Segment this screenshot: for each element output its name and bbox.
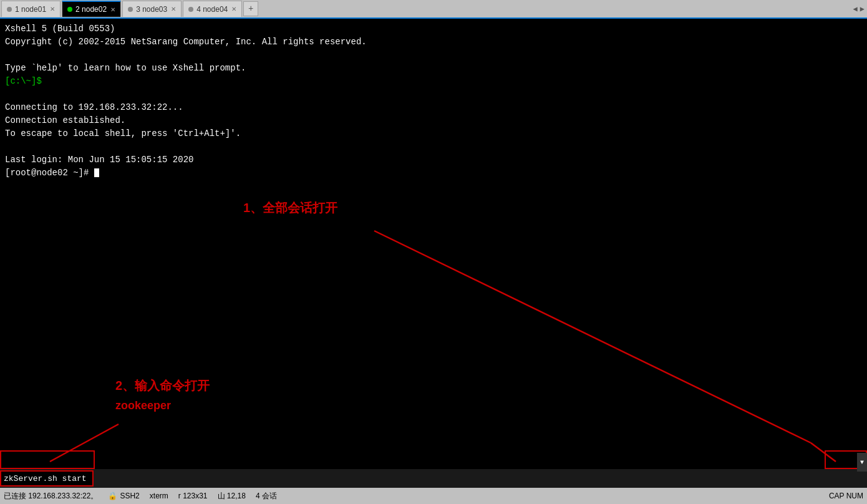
status-caps: CAP NUM <box>829 492 863 500</box>
terminal-line-1: Xshell 5 (Build 0553) <box>5 22 862 36</box>
input-bar: ▼ <box>0 469 867 488</box>
status-sessions: 4 会话 <box>256 491 277 502</box>
tab-add-button[interactable]: + <box>243 1 258 16</box>
tab-bar: 1 node01 ✕ 2 node02 ✕ 3 node03 ✕ 4 node0… <box>0 0 867 19</box>
status-terminal: xterm <box>150 492 168 500</box>
status-size: r 123x31 <box>178 492 208 500</box>
status-connected: 已连接 192.168.233.32:22。 <box>4 491 98 502</box>
terminal-line-9: To escape to local shell, press 'Ctrl+Al… <box>5 127 862 140</box>
tab-label-2: 2 node02 <box>75 5 107 14</box>
tab-close-4[interactable]: ✕ <box>231 6 236 12</box>
status-right: CAP NUM <box>829 492 863 500</box>
terminal-line-8: Connection established. <box>5 114 862 127</box>
terminal-line-10 <box>5 140 862 153</box>
tab-dot-4 <box>188 7 193 12</box>
terminal-line-2: Copyright (c) 2002-2015 NetSarang Comput… <box>5 36 862 49</box>
terminal-line-3 <box>5 49 862 62</box>
tab-node04[interactable]: 4 node04 ✕ <box>183 1 242 17</box>
tab-close-3[interactable]: ✕ <box>171 6 176 12</box>
terminal-line-12: [root@node02 ~]# <box>5 167 862 180</box>
tab-dot-3 <box>128 7 133 12</box>
terminal-line-5: [c:\~]$ <box>5 75 862 88</box>
tab-nav-left[interactable]: ◀ <box>853 4 858 14</box>
status-bar: 已连接 192.168.233.32:22。 🔒 SSH2 xterm r 12… <box>0 488 867 504</box>
tab-label-4: 4 node04 <box>196 5 228 14</box>
terminal-cursor <box>94 168 99 177</box>
tab-node01[interactable]: 1 node01 ✕ <box>1 1 61 17</box>
tab-close-2[interactable]: ✕ <box>110 6 115 13</box>
tab-close-1[interactable]: ✕ <box>50 6 55 12</box>
tab-dot-1 <box>7 7 12 12</box>
status-protocol: 🔒 SSH2 <box>108 492 139 500</box>
tab-nav-arrows: ◀ ▶ <box>853 4 867 14</box>
dropdown-arrow[interactable]: ▼ <box>857 453 867 472</box>
terminal-line-7: Connecting to 192.168.233.32:22... <box>5 101 862 114</box>
tab-dot-2 <box>67 7 72 12</box>
terminal-line-6 <box>5 88 862 101</box>
terminal-line-4: Type `help' to learn how to use Xshell p… <box>5 62 862 75</box>
command-input[interactable] <box>0 470 94 487</box>
lock-icon: 🔒 <box>108 492 117 500</box>
tab-label-3: 3 node03 <box>136 5 167 14</box>
tab-node02[interactable]: 2 node02 ✕ <box>62 1 121 17</box>
terminal-line-11: Last login: Mon Jun 15 15:05:15 2020 <box>5 153 862 167</box>
tab-node03[interactable]: 3 node03 ✕ <box>122 1 182 17</box>
terminal[interactable]: Xshell 5 (Build 0553) Copyright (c) 2002… <box>0 19 867 469</box>
tab-nav-right[interactable]: ▶ <box>860 4 865 14</box>
tab-label-1: 1 node01 <box>15 5 46 14</box>
status-position: 山 12,18 <box>218 491 246 502</box>
